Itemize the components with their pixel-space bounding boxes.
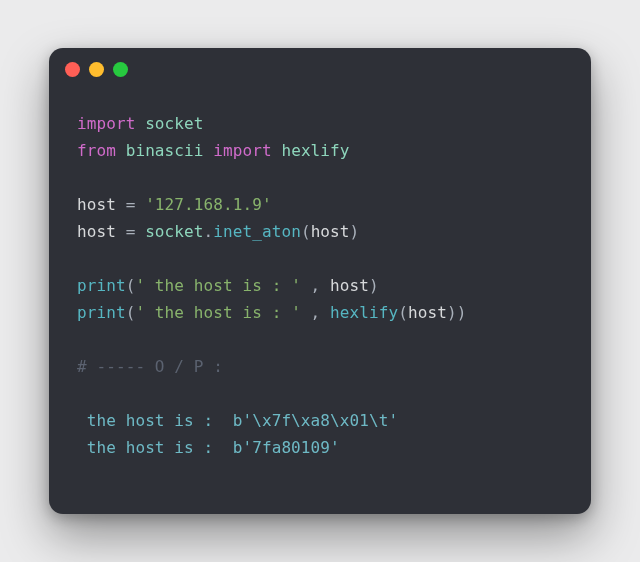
- comment-output-divider: # ----- O / P :: [77, 357, 223, 376]
- module-hexlify: hexlify: [281, 141, 349, 160]
- string-literal: '127.168.1.9': [145, 195, 272, 214]
- var-host: host: [77, 222, 116, 241]
- func-print: print: [77, 276, 126, 295]
- string-literal: ' the host is : ': [135, 276, 300, 295]
- output-line: the host is : b'7fa80109': [77, 438, 340, 457]
- window-titlebar: [49, 48, 591, 90]
- output-line: the host is : b'\x7f\xa8\x01\t': [77, 411, 398, 430]
- string-literal: ' the host is : ': [135, 303, 300, 322]
- keyword-import: import: [213, 141, 271, 160]
- code-block: import socket from binascii import hexli…: [49, 90, 591, 481]
- terminal-window: import socket from binascii import hexli…: [49, 48, 591, 514]
- keyword-from: from: [77, 141, 116, 160]
- module-binascii: binascii: [126, 141, 204, 160]
- module-socket: socket: [145, 114, 203, 133]
- func-print: print: [77, 303, 126, 322]
- func-hexlify: hexlify: [330, 303, 398, 322]
- minimize-icon[interactable]: [89, 62, 104, 77]
- func-inet-aton: inet_aton: [213, 222, 301, 241]
- keyword-import: import: [77, 114, 135, 133]
- var-host: host: [77, 195, 116, 214]
- close-icon[interactable]: [65, 62, 80, 77]
- module-socket: socket: [145, 222, 203, 241]
- maximize-icon[interactable]: [113, 62, 128, 77]
